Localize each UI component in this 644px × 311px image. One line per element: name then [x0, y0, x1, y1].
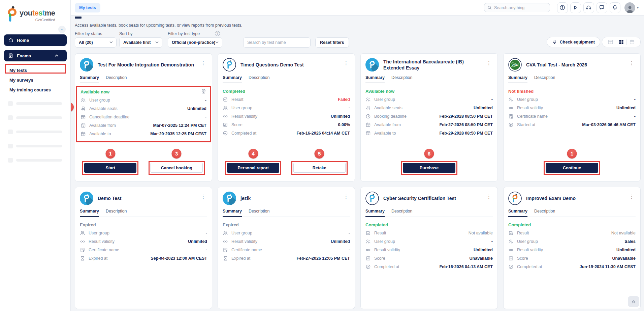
kebab-menu-icon[interactable]: ⋮: [342, 193, 350, 200]
user-menu[interactable]: ▾: [624, 2, 639, 13]
tab-summary[interactable]: Summary: [508, 75, 527, 83]
detail-value: Unavailable: [612, 256, 636, 261]
tab-summary[interactable]: Summary: [80, 75, 99, 83]
detail-label: Available seats: [89, 106, 118, 111]
tab-description[interactable]: Description: [534, 209, 555, 217]
tab-description[interactable]: Description: [391, 209, 413, 217]
sidebar-item-my-surveys[interactable]: My surveys: [0, 75, 71, 85]
details: Not finished User group - Result validit…: [508, 87, 636, 129]
kebab-menu-icon[interactable]: ⋮: [628, 193, 636, 200]
tab-description[interactable]: Description: [391, 75, 413, 83]
test-card: Test For Moodle Integration Demonstratio…: [75, 53, 212, 181]
tab-summary[interactable]: Summary: [223, 75, 242, 83]
detail-label: Result validity: [517, 248, 543, 252]
sidebar: youtestme GetCertified « Home Exams My t…: [0, 0, 71, 311]
filter-type-help-icon[interactable]: ?: [215, 31, 220, 36]
score-icon: [508, 256, 514, 261]
detail-value: Mar-29-2035 12:25 PM CEST: [150, 132, 206, 136]
reset-filters-button[interactable]: Reset filters: [315, 37, 349, 48]
tab-summary[interactable]: Summary: [365, 209, 385, 217]
sidebar-collapse-button[interactable]: «: [58, 26, 66, 33]
sidebar-item-my-tests[interactable]: My tests: [0, 65, 71, 75]
detail-label: Expired at: [231, 256, 250, 261]
kebab-menu-icon[interactable]: ⋮: [485, 59, 493, 67]
tab-summary[interactable]: Summary: [223, 209, 242, 217]
test-avatar: [223, 192, 236, 205]
sidebar-item-home[interactable]: Home: [4, 34, 67, 46]
exams-icon: [8, 53, 13, 58]
bell-icon: [612, 5, 618, 10]
status-badge: Expired: [223, 222, 239, 227]
sidebar-item-my-training-courses[interactable]: My training courses: [0, 85, 71, 95]
detail-value: Not available: [611, 231, 636, 235]
card-header: The International Baccalaureate (IB) Ext…: [365, 58, 493, 72]
kebab-menu-icon[interactable]: ⋮: [628, 59, 636, 67]
sort-by-value: Available first: [123, 40, 151, 45]
sidebar-item-exams[interactable]: Exams: [4, 50, 67, 61]
purchase-button[interactable]: Purchase: [403, 163, 455, 173]
user-avatar: [624, 2, 635, 13]
tab-description[interactable]: Description: [249, 75, 270, 83]
cancel-booking-button[interactable]: Cancel booking: [151, 163, 203, 173]
card-actions: 1 Start 3 Cancel booking: [80, 161, 207, 181]
detail-value: -: [206, 231, 207, 235]
kebab-menu-icon[interactable]: ⋮: [342, 59, 350, 67]
tab-description[interactable]: Description: [106, 209, 127, 217]
detail-label: Result: [517, 231, 529, 235]
filter-status-select[interactable]: All (20): [75, 37, 117, 48]
detail-label: Completed at: [374, 264, 399, 269]
webcam-icon: [201, 88, 206, 95]
grid-view-icon: [618, 39, 624, 45]
support-button[interactable]: [583, 2, 594, 13]
details: Completed Result Not available User grou…: [365, 221, 493, 271]
test-name-search-input[interactable]: [247, 40, 307, 45]
kebab-menu-icon[interactable]: ⋮: [485, 193, 493, 200]
tutorial-button[interactable]: [570, 2, 581, 13]
test-avatar: [365, 192, 379, 205]
tab-summary[interactable]: Summary: [80, 209, 99, 217]
user-group-icon: [223, 105, 228, 111]
personal-report-button[interactable]: Personal report: [227, 163, 279, 173]
tab-description[interactable]: Description: [106, 75, 127, 83]
detail-row: Certificate name -: [80, 246, 207, 254]
tab-description[interactable]: Description: [249, 209, 270, 217]
global-search-input[interactable]: [494, 5, 545, 10]
tab-summary[interactable]: Summary: [508, 209, 527, 217]
view-table-button[interactable]: [605, 39, 616, 45]
filter-type-select[interactable]: Official (non-practice) test: [168, 37, 222, 48]
help-button[interactable]: [557, 2, 568, 13]
card-tabs: Summary Description: [365, 209, 493, 217]
start-button[interactable]: Start: [84, 163, 136, 173]
sort-by-select[interactable]: Available first: [119, 37, 162, 48]
card-header: Cyber Security Certification Test ⋮: [365, 192, 493, 205]
kebab-menu-icon[interactable]: ⋮: [199, 59, 207, 67]
detail-label: Result validity: [374, 248, 400, 252]
annotation-badge: 4: [248, 149, 258, 159]
kebab-menu-icon[interactable]: ⋮: [199, 193, 207, 200]
logo-tagline: GetCertified: [20, 18, 55, 22]
continue-button[interactable]: Continue: [546, 163, 598, 173]
youtestme-logo-icon: [6, 5, 18, 23]
help-icon: [559, 5, 565, 10]
detail-row: Available from Feb-27-2026 08:50 PM CET: [365, 120, 493, 129]
messages-button[interactable]: [597, 2, 607, 13]
scroll-to-top-button[interactable]: [628, 296, 639, 307]
topbar-tab-my-tests[interactable]: My tests: [75, 3, 100, 12]
view-grid-button[interactable]: [616, 39, 626, 45]
retake-button[interactable]: Retake: [293, 163, 346, 173]
detail-value: Not available: [469, 231, 493, 235]
detail-row: Score Unavailable: [365, 254, 493, 262]
detail-row: Available to Mar-29-2035 12:25 PM CEST: [80, 130, 206, 138]
check-equipment-button[interactable]: Check equipment: [547, 37, 600, 47]
test-name-search[interactable]: [243, 37, 311, 48]
global-search[interactable]: [484, 3, 550, 12]
detail-row: Available from Mar-07-2025 12:24 PM CET: [80, 121, 206, 130]
details: Completed Result Failed User group - Res…: [223, 87, 350, 137]
tab-summary[interactable]: Summary: [365, 75, 385, 83]
expired-icon: [80, 256, 85, 261]
detail-value: Unavailable: [470, 256, 493, 261]
tab-description[interactable]: Description: [534, 75, 555, 83]
notifications-button[interactable]: [610, 2, 620, 13]
certificate-icon: [508, 114, 514, 119]
view-calendar-button[interactable]: [627, 39, 637, 45]
